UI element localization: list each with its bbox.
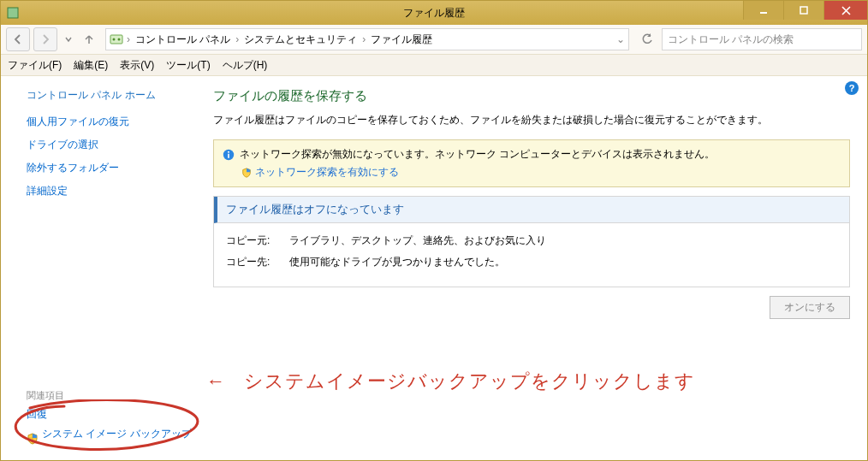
button-row: オンにする (213, 296, 850, 319)
crumb-file-history[interactable]: ファイル履歴 (369, 33, 434, 47)
copy-from-label: コピー元: (226, 233, 274, 248)
menu-tools[interactable]: ツール(T) (166, 58, 210, 73)
svg-point-4 (113, 38, 116, 41)
turn-on-button[interactable]: オンにする (770, 296, 850, 319)
maximize-button[interactable] (783, 1, 823, 20)
app-icon (6, 6, 20, 20)
annotation-text: ← システムイメージバックアップをクリックします (206, 369, 695, 394)
close-button[interactable] (823, 1, 867, 20)
svg-rect-0 (8, 8, 18, 18)
help-icon[interactable]: ? (845, 81, 859, 95)
info-banner: ネットワーク探索が無効になっています。ネットワーク コンピューターとデバイスは表… (213, 139, 850, 187)
page-heading: ファイルの履歴を保存する (213, 88, 850, 104)
window-title: ファイル履歴 (1, 6, 867, 21)
copy-from-value: ライブラリ、デスクトップ、連絡先、およびお気に入り (289, 233, 546, 248)
sidebar-item-advanced[interactable]: 詳細設定 (27, 184, 198, 198)
shield-icon (241, 168, 252, 178)
crumb-control-panel[interactable]: コントロール パネル (134, 33, 232, 47)
related-recovery[interactable]: 回復 (27, 407, 198, 422)
titlebar: ファイル履歴 (1, 1, 867, 25)
related-system-image-backup[interactable]: システム イメージ バックアップ (42, 427, 192, 441)
sidebar-home[interactable]: コントロール パネル ホーム (27, 88, 198, 103)
status-box: ファイル履歴はオフになっています コピー元: ライブラリ、デスクトップ、連絡先、… (213, 196, 850, 287)
address-dropdown-icon[interactable]: ⌄ (616, 33, 625, 45)
search-placeholder: コントロール パネルの検索 (668, 33, 794, 47)
refresh-button[interactable] (636, 28, 658, 50)
svg-rect-1 (760, 12, 767, 14)
sidebar-item-exclude[interactable]: 除外するフォルダー (27, 161, 198, 175)
menubar: ファイル(F) 編集(E) 表示(V) ツール(T) ヘルプ(H) (1, 55, 867, 76)
search-input[interactable]: コントロール パネルの検索 (662, 28, 862, 50)
file-history-window: ファイル履歴 › (0, 0, 868, 461)
svg-rect-7 (228, 153, 229, 157)
recent-dropdown[interactable] (61, 28, 76, 50)
control-panel-icon (110, 33, 123, 46)
svg-rect-2 (800, 7, 807, 14)
minimize-button[interactable] (743, 1, 783, 20)
annotation-arrow: ← (206, 370, 226, 392)
navbar: › コントロール パネル › システムとセキュリティ › ファイル履歴 ⌄ コン… (1, 25, 867, 55)
page-description: ファイル履歴はファイルのコピーを保存しておくため、ファイルを紛失または破損した場… (213, 113, 850, 127)
svg-rect-3 (110, 35, 122, 44)
menu-file[interactable]: ファイル(F) (8, 58, 62, 73)
copy-to-label: コピー先: (226, 255, 274, 269)
copy-to-value: 使用可能なドライブが見つかりませんでした。 (289, 255, 505, 269)
body: コントロール パネル ホーム 個人用ファイルの復元 ドライブの選択 除外するフォ… (1, 76, 867, 461)
chevron-right-icon: › (235, 33, 239, 45)
menu-help[interactable]: ヘルプ(H) (223, 58, 268, 73)
crumb-system-security[interactable]: システムとセキュリティ (242, 33, 359, 47)
shield-icon (27, 433, 39, 445)
info-text: ネットワーク探索が無効になっています。ネットワーク コンピューターとデバイスは表… (240, 147, 715, 162)
menu-view[interactable]: 表示(V) (120, 58, 154, 73)
chevron-right-icon: › (127, 33, 130, 45)
window-buttons (743, 1, 867, 25)
sidebar-item-restore[interactable]: 個人用ファイルの復元 (27, 115, 198, 129)
forward-button[interactable] (33, 27, 57, 51)
status-heading: ファイル履歴はオフになっています (214, 197, 849, 223)
enable-network-discovery-link[interactable]: ネットワーク探索を有効にする (255, 165, 399, 180)
sidebar: コントロール パネル ホーム 個人用ファイルの復元 ドライブの選択 除外するフォ… (1, 76, 213, 461)
menu-edit[interactable]: 編集(E) (74, 58, 108, 73)
breadcrumb[interactable]: › コントロール パネル › システムとセキュリティ › ファイル履歴 ⌄ (105, 28, 629, 50)
annotation-label: システムイメージバックアップをクリックします (244, 370, 695, 392)
info-icon (223, 149, 235, 161)
svg-point-8 (228, 151, 229, 152)
back-button[interactable] (6, 27, 30, 51)
main-pane: ? ファイルの履歴を保存する ファイル履歴はファイルのコピーを保存しておくため、… (213, 76, 867, 461)
svg-point-5 (118, 38, 121, 41)
up-button[interactable] (80, 28, 98, 50)
related-heading: 関連項目 (27, 389, 198, 402)
chevron-right-icon: › (362, 33, 366, 45)
sidebar-item-select-drive[interactable]: ドライブの選択 (27, 138, 198, 152)
